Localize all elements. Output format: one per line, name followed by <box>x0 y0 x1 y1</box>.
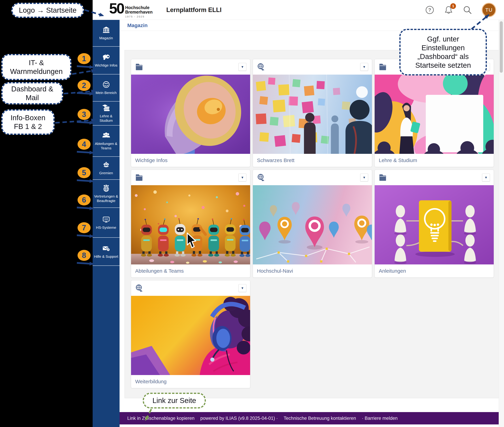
annotation-callout-it-warnmeldungen: IT- & Warnmeldungen <box>1 54 71 80</box>
annotation-callout-dashboard-mail: Dashboard & Mail <box>1 82 63 104</box>
annotation-layer: Logo → StartseiteIT- & WarnmeldungenDash… <box>0 0 504 427</box>
annotation-number-8: 8 <box>78 250 91 261</box>
annotation-callout-logo-startseite: Logo → Startseite <box>11 3 84 18</box>
annotation-number-5: 5 <box>78 167 91 178</box>
annotation-callout-info-boxen: Info-Boxen FB 1 & 2 <box>1 109 54 135</box>
annotation-number-6: 6 <box>78 194 91 206</box>
annotation-callout-link-zur-seite: Link zur Seite <box>143 393 206 408</box>
annotation-number-3: 3 <box>78 109 91 120</box>
annotation-number-1: 1 <box>78 53 91 64</box>
annotation-number-2: 2 <box>78 80 91 91</box>
mouse-cursor <box>186 233 197 249</box>
annotation-number-4: 4 <box>78 139 91 150</box>
annotation-callout-dashboard-startseite: Ggf. unter Einstellungen „Dashboard“ als… <box>399 29 487 76</box>
annotation-number-7: 7 <box>78 222 91 233</box>
